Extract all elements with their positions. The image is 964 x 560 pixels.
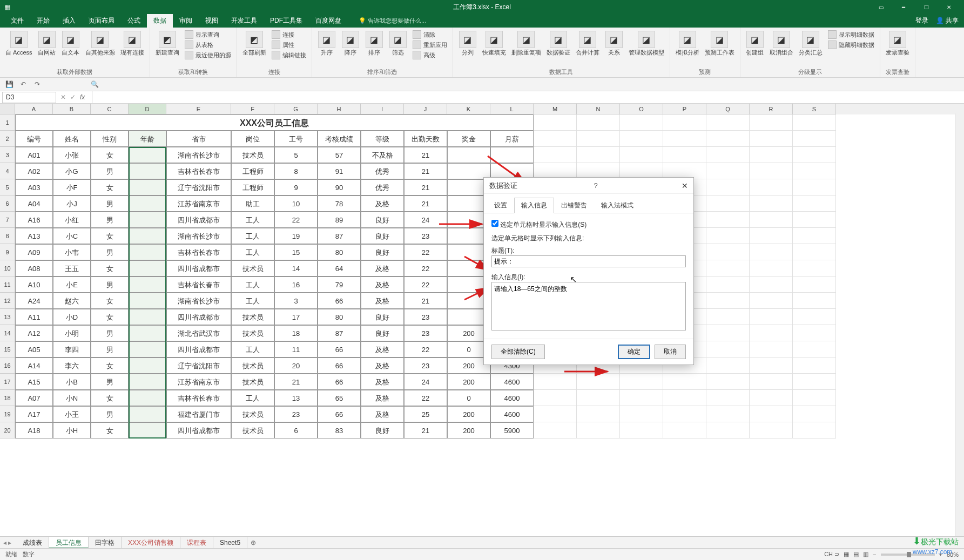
data-cell[interactable]: 女 (91, 228, 129, 244)
ribbon-显示明细数据[interactable]: 显示明细数据 (826, 30, 877, 39)
data-cell[interactable] (793, 195, 836, 212)
fx-icon[interactable]: fx (80, 93, 88, 101)
save-icon[interactable]: 💾 (4, 79, 14, 89)
data-cell[interactable]: 78 (318, 195, 361, 212)
data-cell[interactable]: 80 (318, 244, 361, 260)
ribbon-新建查询[interactable]: ◩新建查询 (153, 30, 181, 57)
data-cell[interactable]: 及格 (361, 406, 404, 422)
data-cell[interactable]: 19 (274, 228, 318, 244)
data-cell[interactable]: 200 (447, 422, 490, 438)
close-button[interactable]: ✕ (938, 0, 960, 14)
cancel-formula-icon[interactable]: ✕ (60, 93, 66, 101)
col-header-A[interactable]: A (15, 104, 53, 114)
col-header-D[interactable]: D (129, 104, 166, 114)
data-cell[interactable]: A01 (15, 147, 53, 163)
data-cell[interactable]: 90 (318, 179, 361, 195)
dialog-close-icon[interactable]: ✕ (682, 181, 688, 190)
col-header-O[interactable]: O (620, 104, 663, 114)
row-header[interactable]: 8 (0, 228, 15, 244)
login-link[interactable]: 登录 (915, 16, 928, 25)
undo-icon[interactable]: ↶ (18, 79, 28, 89)
data-cell[interactable]: 女 (91, 293, 129, 309)
data-cell[interactable]: A11 (15, 309, 53, 325)
header-cell[interactable]: 月薪 (490, 131, 534, 147)
data-cell[interactable]: 及格 (361, 341, 404, 357)
ribbon-现有连接[interactable]: ◪现有连接 (118, 30, 146, 57)
data-cell[interactable] (534, 390, 577, 406)
data-cell[interactable] (793, 341, 836, 357)
data-cell[interactable]: 21 (404, 293, 447, 309)
data-cell[interactable]: 83 (318, 422, 361, 438)
data-cell[interactable]: 工人 (231, 276, 274, 293)
data-cell[interactable] (129, 374, 166, 390)
data-cell[interactable] (750, 260, 793, 276)
ribbon-关系[interactable]: ◪关系 (603, 30, 625, 57)
data-cell[interactable]: 女 (91, 422, 129, 438)
data-cell[interactable]: 技术员 (231, 147, 274, 163)
data-cell[interactable]: 57 (318, 147, 361, 163)
header-cell[interactable]: 考核成绩 (318, 131, 361, 147)
data-cell[interactable]: 江苏省南京市 (166, 195, 231, 212)
ribbon-清除[interactable]: 清除 (410, 30, 449, 39)
data-cell[interactable]: 男 (91, 276, 129, 293)
data-cell[interactable] (534, 374, 577, 390)
data-cell[interactable]: 技术员 (231, 260, 274, 276)
header-cell[interactable]: 性别 (91, 131, 129, 147)
data-cell[interactable]: 小B (53, 374, 91, 390)
data-cell[interactable] (129, 309, 166, 325)
dialog-tab-input-message[interactable]: 输入信息 (514, 198, 554, 213)
data-cell[interactable] (577, 374, 620, 390)
sheet-tab-田字格[interactable]: 田字格 (89, 537, 122, 549)
data-cell[interactable] (577, 147, 620, 163)
tab-formulas[interactable]: 公式 (121, 14, 147, 28)
data-cell[interactable]: 吉林省长春市 (166, 390, 231, 406)
clear-all-button[interactable]: 全部清除(C) (491, 345, 545, 359)
data-cell[interactable]: 64 (318, 260, 361, 276)
data-cell[interactable]: 湖北省武汉市 (166, 325, 231, 341)
data-cell[interactable]: 技术员 (231, 406, 274, 422)
data-cell[interactable]: 工人 (231, 341, 274, 357)
data-cell[interactable]: 66 (318, 406, 361, 422)
data-cell[interactable] (706, 260, 750, 276)
col-header-R[interactable]: R (750, 104, 793, 114)
data-cell[interactable]: 工人 (231, 212, 274, 228)
data-cell[interactable] (750, 341, 793, 357)
row-header[interactable]: 16 (0, 357, 15, 374)
data-cell[interactable] (577, 390, 620, 406)
data-cell[interactable]: 66 (318, 341, 361, 357)
data-cell[interactable]: 66 (318, 357, 361, 374)
data-cell[interactable]: 66 (318, 293, 361, 309)
minimize-button[interactable]: ━ (893, 0, 914, 14)
row-header[interactable]: 14 (0, 325, 15, 341)
ribbon-分类汇总[interactable]: ◪分类汇总 (797, 30, 825, 57)
tab-review[interactable]: 审阅 (173, 14, 199, 28)
row-header[interactable]: 5 (0, 179, 15, 195)
data-cell[interactable]: 23 (404, 357, 447, 374)
row-header[interactable]: 9 (0, 244, 15, 260)
data-cell[interactable] (129, 357, 166, 374)
data-cell[interactable]: 湖南省长沙市 (166, 147, 231, 163)
data-cell[interactable]: 23 (274, 406, 318, 422)
data-cell[interactable]: 技术员 (231, 357, 274, 374)
header-cell[interactable]: 岗位 (231, 131, 274, 147)
worksheet-grid[interactable]: ABCDEFGHIJKLMNOPQRS 1XXX公司员工信息2编号姓名性别年龄省… (0, 104, 964, 529)
data-cell[interactable] (793, 228, 836, 244)
data-cell[interactable]: 赵六 (53, 293, 91, 309)
data-cell[interactable]: A10 (15, 276, 53, 293)
data-cell[interactable] (793, 244, 836, 260)
data-cell[interactable] (706, 147, 750, 163)
data-cell[interactable] (706, 195, 750, 212)
data-cell[interactable] (793, 357, 836, 374)
data-cell[interactable] (447, 147, 490, 163)
tab-pdf[interactable]: PDF工具集 (264, 14, 309, 28)
data-cell[interactable]: 23 (404, 228, 447, 244)
ribbon-options-icon[interactable]: ▭ (870, 0, 892, 14)
ribbon-升序[interactable]: ◪升序 (315, 30, 338, 57)
data-cell[interactable]: 技术员 (231, 374, 274, 390)
row-header[interactable]: 6 (0, 195, 15, 212)
row-header[interactable]: 1 (0, 114, 15, 131)
ribbon-合并计算[interactable]: ◪合并计算 (574, 30, 602, 57)
data-cell[interactable] (750, 228, 793, 244)
data-cell[interactable]: 66 (318, 374, 361, 390)
col-header-S[interactable]: S (793, 104, 836, 114)
